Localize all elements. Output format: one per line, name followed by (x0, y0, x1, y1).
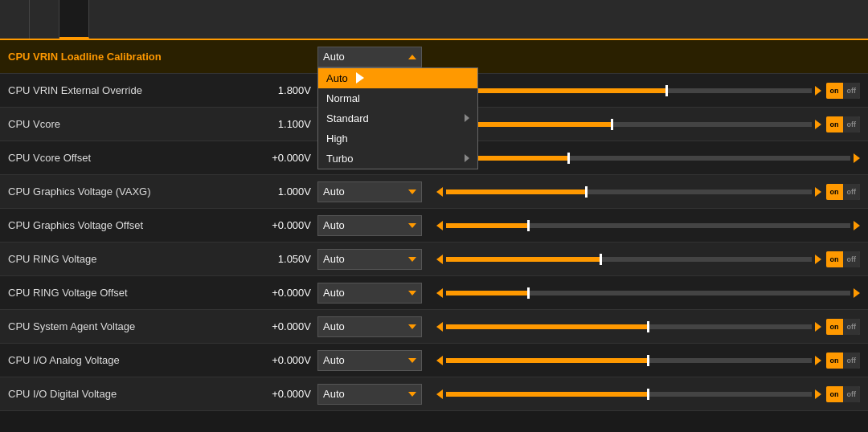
slider-left-arrow-icon[interactable] (436, 255, 443, 264)
slider-track[interactable] (446, 88, 812, 93)
toggle-on-label: on (826, 184, 843, 200)
slider-track[interactable] (446, 122, 812, 127)
table-row[interactable]: CPU System Agent Voltage+0.000VAutoonoff (0, 310, 868, 344)
slider-container (436, 389, 821, 399)
slider-left-arrow-icon[interactable] (436, 389, 443, 399)
row-label: CPU I/O Digital Voltage (8, 388, 257, 400)
tab-chipset[interactable] (30, 0, 59, 39)
dropdown-arrow-icon (408, 324, 416, 329)
slider-thumb[interactable] (527, 220, 530, 231)
dropdown-button[interactable]: Auto (317, 181, 422, 202)
toggle-off-label: off (843, 116, 861, 132)
slider-left-arrow-icon[interactable] (436, 356, 443, 365)
toggle-switch[interactable]: onoff (826, 353, 861, 369)
toggle-off-label: off (843, 251, 861, 267)
toggle-on-label: on (826, 386, 843, 402)
dropdown-arrow-icon (408, 55, 416, 59)
slider-right-arrow-icon[interactable] (854, 221, 860, 230)
toggle-off-label: off (843, 353, 861, 369)
slider-thumb[interactable] (585, 186, 588, 198)
dropdown-popup-item[interactable]: Auto (318, 68, 477, 88)
dropdown-container: Auto (317, 283, 430, 304)
slider-right-arrow-icon[interactable] (815, 389, 821, 399)
slider-right-arrow-icon[interactable] (815, 86, 821, 96)
slider-thumb[interactable] (527, 287, 530, 299)
slider-container (436, 288, 860, 298)
toggle-switch[interactable]: onoff (826, 386, 861, 402)
dropdown-button[interactable]: Auto (317, 316, 422, 337)
slider-right-arrow-icon[interactable] (854, 153, 860, 163)
toggle-switch[interactable]: onoff (826, 319, 861, 335)
row-value: +0.000V (257, 320, 317, 332)
row-value: 1.050V (257, 253, 317, 265)
table-row[interactable]: CPU I/O Digital Voltage+0.000VAutoonoff (0, 377, 868, 411)
dropdown-popup-item[interactable]: High (318, 128, 477, 149)
dropdown-button[interactable]: Auto (317, 350, 422, 371)
slider-right-arrow-icon[interactable] (815, 255, 821, 264)
dropdown-button[interactable]: Auto (317, 249, 422, 270)
toggle-switch[interactable]: onoff (826, 184, 861, 200)
slider-track[interactable] (446, 392, 812, 397)
slider-right-arrow-icon[interactable] (854, 288, 860, 298)
dropdown-container: AutoAutoNormalStandardHighTurbo (317, 47, 430, 67)
slider-track[interactable] (446, 257, 812, 262)
slider-track[interactable] (446, 291, 850, 295)
toggle-off-label: off (843, 386, 861, 402)
dropdown-value: Auto (323, 287, 345, 299)
slider-track[interactable] (446, 223, 850, 228)
slider-left-arrow-icon[interactable] (436, 288, 443, 298)
dropdown-arrow-icon (408, 190, 416, 194)
slider-thumb[interactable] (647, 355, 649, 366)
slider-thumb[interactable] (665, 85, 668, 96)
slider-track[interactable] (446, 190, 812, 194)
toggle-switch[interactable]: onoff (826, 83, 861, 99)
slider-fill (446, 190, 585, 194)
row-value: +0.000V (257, 219, 317, 231)
slider-thumb[interactable] (567, 153, 570, 164)
slider-fill (446, 257, 600, 262)
dropdown-button[interactable]: Auto (317, 384, 422, 405)
slider-right-arrow-icon[interactable] (815, 322, 821, 332)
row-label: CPU I/O Analog Voltage (8, 354, 257, 366)
slider-thumb[interactable] (647, 389, 649, 400)
dropdown-popup-item[interactable]: Standard (318, 108, 477, 128)
slider-right-arrow-icon[interactable] (815, 187, 821, 197)
dropdown-button[interactable]: Auto (317, 283, 422, 304)
dropdown-value: Auto (323, 219, 345, 231)
slider-right-arrow-icon[interactable] (815, 356, 821, 365)
slider-left-arrow-icon[interactable] (436, 322, 443, 332)
main-container: CPU VRIN Loadline CalibrationAutoAutoNor… (0, 0, 868, 411)
slider-fill (446, 324, 647, 329)
toggle-off-label: off (843, 184, 861, 200)
slider-track[interactable] (446, 156, 850, 161)
table-row[interactable]: CPU Graphics Voltage Offset+0.000VAuto (0, 209, 868, 242)
slider-track[interactable] (446, 358, 812, 363)
table-row[interactable]: CPU Graphics Voltage (VAXG)1.000VAutoono… (0, 175, 868, 209)
slider-container (436, 187, 821, 197)
tab-bar (0, 0, 868, 40)
slider-left-arrow-icon[interactable] (436, 221, 443, 230)
tab-cpu-core[interactable] (0, 0, 30, 39)
row-value: 1.000V (257, 185, 317, 198)
dropdown-popup-item[interactable]: Turbo (318, 149, 477, 169)
dropdown-button[interactable]: Auto (317, 215, 422, 236)
toggle-switch[interactable]: onoff (826, 251, 861, 267)
slider-thumb[interactable] (611, 119, 613, 130)
slider-left-arrow-icon[interactable] (436, 187, 443, 197)
table-row[interactable]: CPU I/O Analog Voltage+0.000VAutoonoff (0, 344, 868, 377)
tab-memory[interactable] (59, 0, 89, 39)
slider-track[interactable] (446, 324, 812, 329)
table-row[interactable]: CPU RING Voltage1.050VAutoonoff (0, 242, 868, 276)
dropdown-button[interactable]: Auto (317, 47, 422, 67)
table-row[interactable]: CPU RING Voltage Offset+0.000VAuto (0, 276, 868, 310)
row-label: CPU Vcore (8, 118, 257, 130)
dropdown-value: Auto (323, 51, 345, 63)
slider-right-arrow-icon[interactable] (815, 120, 821, 129)
slider-thumb[interactable] (600, 254, 602, 265)
dropdown-arrow-icon (408, 392, 416, 397)
slider-thumb[interactable] (647, 321, 649, 332)
table-row[interactable]: CPU VRIN Loadline CalibrationAutoAutoNor… (0, 40, 868, 74)
toggle-switch[interactable]: onoff (826, 116, 861, 132)
row-value: 1.800V (257, 84, 317, 96)
dropdown-popup-item[interactable]: Normal (318, 88, 477, 108)
